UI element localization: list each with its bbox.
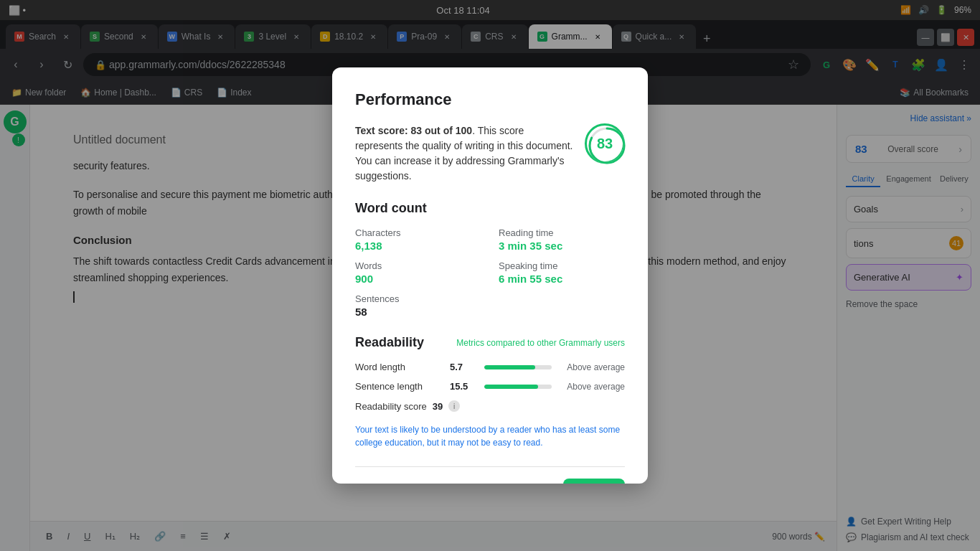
stat-characters-value: 6,138 xyxy=(355,240,481,252)
word-length-bar-container xyxy=(484,365,552,369)
word-length-label: Word length xyxy=(355,362,441,372)
sentence-length-avg: Above average xyxy=(560,382,625,392)
sentence-length-label: Sentence length xyxy=(355,381,441,392)
sentence-length-bar-container xyxy=(484,385,552,389)
text-score-block: Text score: 83 out of 100. This score re… xyxy=(355,123,625,184)
word-count-grid: Characters 6,138 Reading time 3 min 35 s… xyxy=(355,227,625,318)
stat-characters: Characters 6,138 xyxy=(355,227,481,252)
text-score-prefix: Text score: xyxy=(355,125,411,136)
readability-score-label: Readability score xyxy=(355,401,427,412)
performance-modal: Performance Text score: 83 out of 100. T… xyxy=(332,67,648,484)
sentence-length-value: 15.5 xyxy=(450,381,476,392)
stat-sentences-value: 58 xyxy=(355,306,481,318)
metrics-link[interactable]: Metrics compared to other Grammarly user… xyxy=(456,338,625,348)
stat-reading-time-value: 3 min 35 sec xyxy=(499,240,625,252)
stat-speaking-time: Speaking time 6 min 55 sec xyxy=(499,260,625,285)
stat-words-label: Words xyxy=(355,260,481,271)
readability-header: Readability Metrics compared to other Gr… xyxy=(355,335,625,350)
modal-overlay[interactable]: Performance Text score: 83 out of 100. T… xyxy=(0,0,980,551)
stat-characters-label: Characters xyxy=(355,227,481,238)
readability-note: Your text is likely to be understood by … xyxy=(355,423,625,449)
modal-title: Performance xyxy=(355,90,625,109)
score-circle: 83 xyxy=(585,123,625,164)
score-circle-svg xyxy=(587,126,627,166)
stat-reading-time: Reading time 3 min 35 sec xyxy=(499,227,625,252)
word-length-row: Word length 5.7 Above average xyxy=(355,362,625,372)
sentence-length-row: Sentence length 15.5 Above average xyxy=(355,381,625,392)
text-score-value: 83 out of 100 xyxy=(411,125,473,136)
stat-sentences-label: Sentences xyxy=(355,293,481,304)
text-score-description: Text score: 83 out of 100. This score re… xyxy=(355,123,573,184)
stat-speaking-time-label: Speaking time xyxy=(499,260,625,271)
stat-reading-time-label: Reading time xyxy=(499,227,625,238)
readability-info-icon[interactable]: i xyxy=(448,400,460,412)
readability-score-row: Readability score 39 i xyxy=(355,400,625,412)
stat-sentences: Sentences 58 xyxy=(355,293,481,318)
modal-footer: ⬇ DOWNLOAD PDF REPORT Close xyxy=(355,466,625,484)
readability-score-value: 39 xyxy=(433,401,443,412)
word-length-bar xyxy=(484,365,535,369)
readability-title: Readability xyxy=(355,335,424,350)
stat-words: Words 900 xyxy=(355,260,481,285)
sentence-length-bar xyxy=(484,385,538,389)
word-length-value: 5.7 xyxy=(450,362,476,372)
stat-words-value: 900 xyxy=(355,273,481,285)
word-count-title: Word count xyxy=(355,201,625,216)
word-length-avg: Above average xyxy=(560,362,625,372)
stat-speaking-time-value: 6 min 55 sec xyxy=(499,273,625,285)
close-modal-button[interactable]: Close xyxy=(563,479,625,484)
